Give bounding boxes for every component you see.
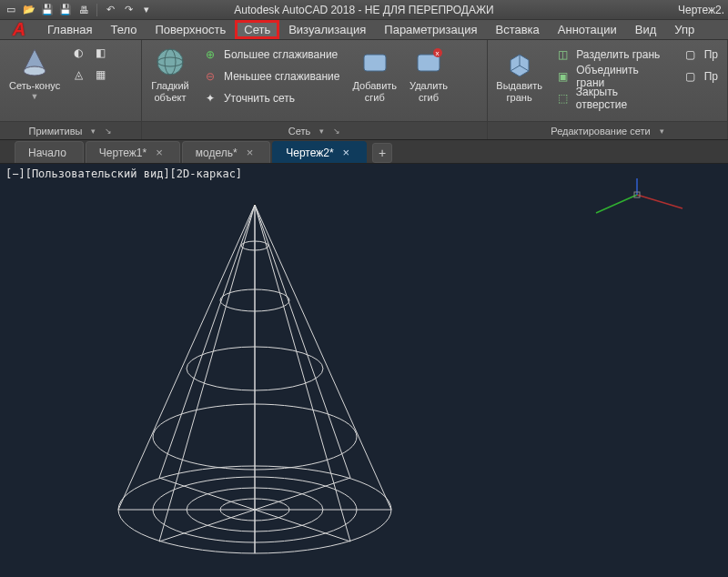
svg-line-24 [255, 205, 350, 542]
viewport-label[interactable]: [−][Пользовательский вид][2D-каркас] [5, 167, 242, 180]
refine-mesh-button[interactable]: ✦ Уточнить сеть [198, 87, 343, 109]
primitive-mini-grid: ◐ ◧ ◬ ▦ [69, 44, 109, 84]
remove-crease-button[interactable]: x Удалить сгиб [406, 44, 451, 106]
qat-dropdown-icon[interactable]: ▾ [139, 3, 154, 17]
close-hole-icon: ⬚ [554, 90, 570, 106]
redo-icon[interactable]: ↷ [121, 3, 136, 17]
svg-line-26 [255, 205, 350, 478]
pr1-icon: ▢ [682, 46, 699, 63]
tab-drawing1[interactable]: Чертеж1* × [86, 141, 180, 163]
menu-home[interactable]: Главная [38, 20, 101, 39]
svg-line-25 [255, 205, 391, 510]
panel-mesh-edit: Выдавить грань ◫ Разделить грань ▣ Объед… [488, 40, 728, 139]
plus-sphere-icon: ⊕ [202, 46, 218, 63]
merge-faces-button[interactable]: ▣ Объединить грани [551, 66, 672, 87]
qat-separator [96, 4, 97, 16]
chevron-down-icon: ▾ [660, 127, 664, 136]
add-crease-label: Добавить сгиб [352, 80, 397, 104]
smooth-column: ⊕ Большее сглаживание ⊖ Меньшее сглажива… [198, 44, 343, 109]
svg-rect-4 [364, 55, 386, 71]
expand-icon: ▾ [91, 127, 96, 136]
svg-line-21 [118, 205, 255, 510]
add-crease-button[interactable]: Добавить сгиб [349, 44, 400, 106]
close-icon[interactable]: × [247, 146, 254, 159]
svg-line-9 [596, 195, 637, 213]
panel-primitives: Сеть-конус ▼ ◐ ◧ ◬ ▦ Примитивы ▾ ↘ [0, 40, 142, 139]
mini-edge-icon[interactable]: ◬ [69, 66, 87, 84]
split-icon: ◫ [554, 46, 571, 63]
menu-solid[interactable]: Тело [101, 20, 146, 39]
menu-parametric[interactable]: Параметризация [375, 20, 486, 39]
ribbon: Сеть-конус ▼ ◐ ◧ ◬ ▦ Примитивы ▾ ↘ [0, 40, 728, 140]
menu-view[interactable]: Вид [626, 20, 666, 39]
open-icon[interactable]: 📂 [22, 3, 36, 17]
split-face-button[interactable]: ◫ Разделить грань [551, 44, 672, 66]
document-name: Чертеж2. [678, 4, 724, 16]
minus-sphere-icon: ⊖ [202, 68, 218, 85]
app-title: Autodesk AutoCAD 2018 - НЕ ДЛЯ ПЕРЕПРОДА… [234, 4, 493, 16]
pr1-button[interactable]: ▢ Пр [679, 44, 722, 66]
extrude-icon [503, 46, 536, 78]
pr2-icon: ▢ [682, 68, 699, 85]
print-icon[interactable]: 🖶 [76, 3, 91, 17]
menu-insert[interactable]: Вставка [486, 20, 548, 39]
pr2-button[interactable]: ▢ Пр [679, 66, 722, 87]
quick-access-toolbar: ▭ 📂 💾 💾 🖶 ↶ ↷ ▾ [0, 3, 157, 17]
menu-visualize[interactable]: Визуализация [279, 20, 375, 39]
close-hole-button[interactable]: ⬚ Закрыть отверстие [551, 87, 672, 109]
svg-line-22 [159, 205, 255, 542]
svg-text:x: x [436, 49, 440, 57]
new-icon[interactable]: ▭ [4, 3, 18, 17]
tab-model[interactable]: модель* × [182, 141, 270, 163]
svg-point-0 [24, 66, 46, 76]
extrude-face-label: Выдавить грань [496, 80, 542, 104]
svg-point-1 [157, 49, 183, 75]
menu-surface[interactable]: Поверхность [146, 20, 235, 39]
remove-crease-label: Удалить сгиб [410, 80, 448, 104]
app-logo[interactable]: A [0, 20, 38, 39]
viewport[interactable]: [−][Пользовательский вид][2D-каркас] [0, 164, 728, 577]
merge-icon: ▣ [554, 68, 571, 85]
svg-line-8 [637, 195, 682, 208]
less-smooth-button[interactable]: ⊖ Меньшее сглаживание [198, 66, 343, 87]
panel-title-mesh[interactable]: Сеть ▾ ↘ [142, 121, 487, 139]
tab-start[interactable]: Начало [15, 141, 84, 163]
extrude-face-button[interactable]: Выдавить грань [493, 44, 545, 106]
saveas-icon[interactable]: 💾 [58, 3, 73, 17]
document-tabs: Начало Чертеж1* × модель* × Чертеж2* × + [0, 140, 728, 164]
sphere-icon [154, 46, 187, 78]
close-icon[interactable]: × [156, 146, 163, 159]
undo-icon[interactable]: ↶ [103, 3, 117, 17]
more-smooth-button[interactable]: ⊕ Большее сглаживание [198, 44, 343, 66]
mini-rule-icon[interactable]: ◧ [91, 44, 109, 62]
new-tab-button[interactable]: + [372, 143, 392, 163]
refine-icon: ✦ [202, 90, 218, 106]
save-icon[interactable]: 💾 [40, 3, 55, 17]
panel-mesh: Гладкий объект ⊕ Большее сглаживание ⊖ М… [142, 40, 488, 139]
smooth-object-button[interactable]: Гладкий объект [147, 44, 193, 106]
mini-tab-icon[interactable]: ▦ [91, 66, 109, 84]
menu-mesh[interactable]: Сеть [235, 20, 279, 39]
menu-manage[interactable]: Упр [665, 20, 703, 39]
close-icon[interactable]: × [343, 146, 350, 159]
mini-revolve-icon[interactable]: ◐ [69, 44, 87, 62]
launch-icon[interactable]: ↘ [333, 127, 340, 136]
chevron-down-icon: ▼ [31, 92, 39, 101]
svg-line-28 [159, 205, 255, 478]
cone-icon [18, 46, 51, 78]
remove-crease-icon: x [412, 46, 445, 78]
panel-title-primitives[interactable]: Примитивы ▾ ↘ [0, 121, 141, 139]
ucs-axis-icon [582, 177, 692, 231]
menu-annotate[interactable]: Аннотации [549, 20, 626, 39]
mesh-cone-wireframe [91, 191, 419, 573]
mesh-cone-label: Сеть-конус [9, 80, 60, 92]
title-bar: ▭ 📂 💾 💾 🖶 ↶ ↷ ▾ Autodesk AutoCAD 2018 - … [0, 0, 728, 20]
edit-column-2: ▢ Пр ▢ Пр [679, 44, 722, 87]
tab-drawing2[interactable]: Чертеж2* × [272, 141, 367, 163]
smooth-object-label: Гладкий объект [151, 80, 188, 104]
menu-bar: A Главная Тело Поверхность Сеть Визуализ… [0, 20, 728, 40]
panel-title-edit[interactable]: Редактирование сети ▾ [488, 121, 727, 139]
mesh-cone-button[interactable]: Сеть-конус ▼ [5, 44, 64, 103]
launch-icon[interactable]: ↘ [105, 127, 112, 136]
add-crease-icon [359, 46, 391, 78]
